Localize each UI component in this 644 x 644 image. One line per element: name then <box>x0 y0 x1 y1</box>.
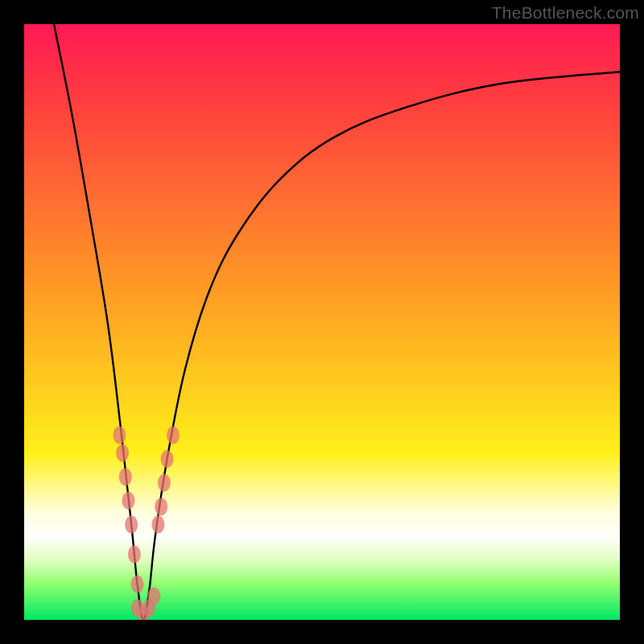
data-marker <box>113 427 126 444</box>
data-marker <box>158 474 171 492</box>
plot-area <box>24 24 620 620</box>
data-marker <box>128 546 141 564</box>
data-marker <box>131 576 144 593</box>
bottleneck-curve <box>54 24 620 620</box>
data-marker <box>155 497 167 515</box>
data-marker <box>147 587 160 605</box>
data-marker <box>152 516 165 534</box>
chart-container: TheBottleneck.com <box>0 0 644 644</box>
data-marker <box>161 450 174 468</box>
data-marker <box>116 444 129 462</box>
data-marker <box>119 468 132 485</box>
data-marker <box>125 516 138 534</box>
data-marker <box>167 427 180 444</box>
data-marker <box>122 492 135 510</box>
watermark-text: TheBottleneck.com <box>492 3 639 23</box>
chart-svg <box>24 24 620 620</box>
